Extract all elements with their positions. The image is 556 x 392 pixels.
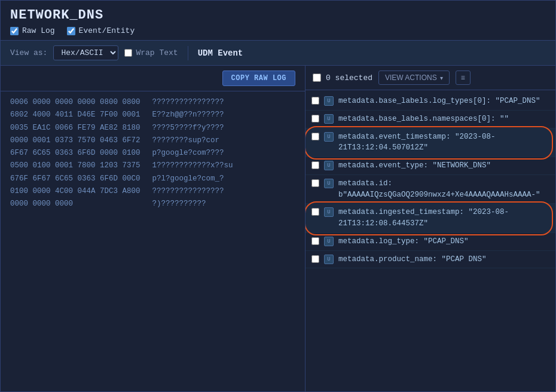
udm-item-icon: U [324,161,334,170]
raw-log-label: Raw Log [22,26,55,35]
raw-log-content: 0006 0000 0000 0000 0800 0800 6802 4000 … [1,91,305,391]
udm-item-value: "PCAP_DNS" [496,97,540,105]
udm-item-key: metadata.event_timestamp: [338,133,455,141]
udm-item-icon: U [324,207,334,217]
udm-list: Umetadata.base_labels.log_types[0]: "PCA… [306,90,555,391]
toolbar-left: View as: Hex/ASCII Raw UTF-8 Wrap Text [10,45,178,60]
udm-item-value: "PCAP DNS" [442,255,487,264]
udm-item-text: metadata.event_type: "NETWORK_DNS" [338,160,549,172]
udm-item-icon: U [324,179,334,188]
udm-list-item: Umetadata.event_type: "NETWORK_DNS" [306,157,555,175]
udm-list-item: Umetadata.product_name: "PCAP DNS" [306,251,555,269]
wrap-text-text: Wrap Text [136,48,178,57]
select-all-checkbox[interactable] [313,74,321,82]
toolbar-divider [188,46,188,60]
right-panel: 0 selected VIEW ACTIONS ▾ ≡ Umetadata.ba… [306,66,555,391]
chevron-down-icon: ▾ [440,75,443,81]
udm-item-text: metadata.base_labels.namespaces[0]: "" [338,114,549,125]
udm-item-text: metadata.product_name: "PCAP DNS" [338,254,549,265]
udm-item-value: "" [500,115,509,123]
udm-list-item: Umetadata.event_timestamp: "2023-08-21T1… [306,128,555,158]
udm-item-text: metadata.ingested_timestamp: "2023-08-21… [338,207,549,229]
event-entity-checkbox[interactable] [67,27,75,35]
raw-log-checkbox[interactable] [10,27,19,35]
hex-column: 0006 0000 0000 0000 0800 0800 6802 4000 … [1,96,146,387]
udm-event-label: UDM Event [198,48,243,58]
raw-log-checkbox-label[interactable]: Raw Log [10,26,55,35]
filter-button[interactable]: ≡ [456,71,471,85]
udm-item-checkbox[interactable] [311,161,319,169]
udm-item-checkbox[interactable] [311,179,319,187]
udm-list-item: Umetadata.log_type: "PCAP_DNS" [306,233,555,251]
udm-item-value: "NETWORK_DNS" [433,161,491,170]
udm-item-checkbox[interactable] [311,237,319,245]
view-as-label: View as: [10,48,47,57]
selected-count-container: 0 selected [313,74,372,82]
udm-item-text: metadata.event_timestamp: "2023-08-21T13… [338,131,549,154]
udm-item-text: metadata.log_type: "PCAP_DNS" [338,236,549,247]
udm-item-icon: U [324,114,334,124]
event-entity-label: Event/Entity [79,26,135,35]
udm-item-checkbox[interactable] [311,115,319,122]
udm-item-checkbox[interactable] [311,97,319,105]
udm-item-checkbox[interactable] [311,133,319,140]
udm-item-key: metadata.base_labels.namespaces[0]: [338,115,500,123]
udm-list-item: Umetadata.id: b"AAAAAIQzsQGaOQ2909nwxz4+… [306,175,555,204]
udm-item-icon: U [324,237,334,246]
ascii-column: ???????????????? E??zh@@??n?????? ????5?… [146,96,239,387]
toolbar: View as: Hex/ASCII Raw UTF-8 Wrap Text U… [1,41,555,66]
udm-list-item: Umetadata.base_labels.namespaces[0]: "" [306,111,555,128]
udm-item-key: metadata.id: [338,179,392,188]
selected-count-text: 0 selected [326,74,372,82]
udm-item-icon: U [324,255,334,264]
udm-toolbar: 0 selected VIEW ACTIONS ▾ ≡ [306,66,555,90]
view-as-select[interactable]: Hex/ASCII Raw UTF-8 [53,45,118,60]
udm-item-checkbox[interactable] [311,255,319,263]
udm-item-key: metadata.ingested_timestamp: [338,208,469,216]
header-checkboxes: Raw Log Event/Entity [10,26,546,35]
main-content: COPY RAW LOG 0006 0000 0000 0000 0800 08… [1,66,555,391]
udm-item-text: metadata.base_labels.log_types[0]: "PCAP… [338,96,549,107]
page-title: NETWORK_DNS [10,8,546,23]
udm-item-key: metadata.log_type: [338,237,424,246]
view-actions-button[interactable]: VIEW ACTIONS ▾ [378,71,450,85]
udm-item-key: metadata.event_type: [338,161,433,170]
view-actions-label: VIEW ACTIONS [385,74,437,82]
copy-raw-log-button[interactable]: COPY RAW LOG [222,71,295,86]
udm-item-key: metadata.base_labels.log_types[0]: [338,97,496,105]
udm-item-value: "PCAP_DNS" [424,237,469,246]
udm-item-icon: U [324,132,334,142]
udm-item-value: b"AAAAAIQzsQGaOQ2909nwxz4+Xe4AAAAQAAAHsA… [338,191,540,199]
left-panel: COPY RAW LOG 0006 0000 0000 0000 0800 08… [1,66,306,391]
udm-item-key: metadata.product_name: [338,255,442,264]
copy-raw-log-bar: COPY RAW LOG [1,66,305,91]
udm-list-item: Umetadata.ingested_timestamp: "2023-08-2… [306,204,555,233]
header: NETWORK_DNS Raw Log Event/Entity [1,1,555,41]
udm-item-text: metadata.id: b"AAAAAIQzsQGaOQ2909nwxz4+X… [338,178,549,201]
udm-list-item: Umetadata.base_labels.log_types[0]: "PCA… [306,93,555,111]
wrap-text-checkbox[interactable] [124,49,132,57]
udm-item-checkbox[interactable] [311,208,319,216]
wrap-text-label[interactable]: Wrap Text [124,48,178,57]
udm-item-icon: U [324,96,334,106]
event-entity-checkbox-label[interactable]: Event/Entity [67,26,135,35]
